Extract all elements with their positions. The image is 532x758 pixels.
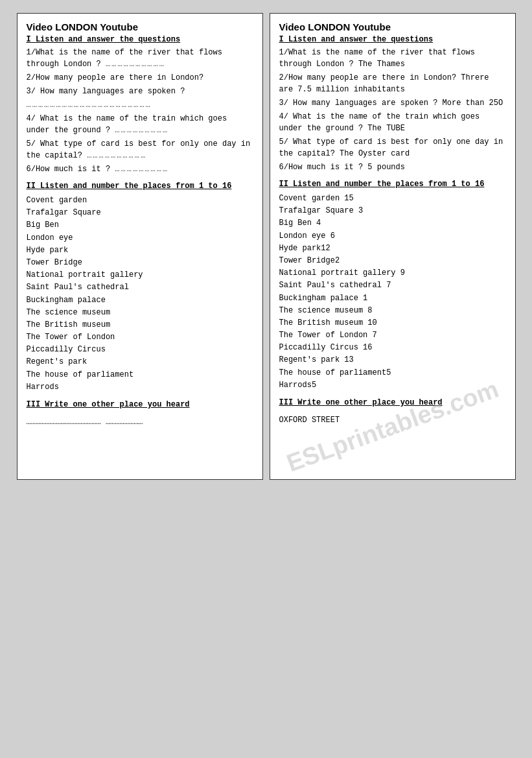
list-item: Big Ben 4	[279, 217, 506, 230]
list-item: Trafalgar Square	[27, 207, 253, 219]
list-item: Harrods	[27, 381, 253, 394]
list-item: Big Ben	[27, 219, 253, 231]
list-item: Tower Bridge	[27, 257, 253, 269]
list-item: The science museum	[27, 307, 253, 319]
right-q1: 1/What is the name of the river that flo…	[279, 47, 506, 70]
list-item: National portrait gallery 9	[279, 267, 506, 279]
list-item: The British museum	[27, 319, 253, 331]
list-item: Harrods5	[279, 379, 506, 392]
worksheets-row: Video LONDON Youtube I Listen and answer…	[13, 13, 519, 480]
list-item: Buckingham palace 1	[279, 292, 506, 305]
left-q4: 4/ What is the name of the train which g…	[27, 113, 253, 136]
list-item: The house of parliament5	[279, 367, 506, 379]
left-q3-dots: ………………………………………………………	[27, 99, 253, 111]
left-worksheet: Video LONDON Youtube I Listen and answer…	[17, 13, 263, 480]
list-item: Hyde park12	[279, 243, 506, 255]
list-item: Piccadilly Circus	[27, 344, 253, 356]
list-item: Saint Paul's cathedral	[27, 281, 253, 294]
left-q3: 3/ How many languages are spoken ?	[27, 86, 253, 97]
list-item: Regent's park 13	[279, 354, 506, 366]
left-q1: 1/What is the name of the river that flo…	[27, 47, 253, 70]
list-item: Hyde park	[27, 244, 253, 257]
list-item: The house of parliament	[27, 369, 253, 381]
right-section3-heading: III Write one other place you heard	[279, 398, 506, 407]
right-section2-heading: II Listen and number the places from 1 t…	[279, 180, 506, 189]
left-section3-heading: III Write one other place you heard	[27, 400, 253, 409]
list-item: Piccadilly Circus 16	[279, 342, 506, 354]
list-item: The Tower of London	[27, 331, 253, 344]
right-q2: 2/How many people are there in London? T…	[279, 72, 506, 95]
right-q3: 3/ How many languages are spoken ? More …	[279, 97, 506, 109]
list-item: Trafalgar Square 3	[279, 205, 506, 217]
right-title: Video LONDON Youtube	[279, 21, 506, 32]
list-item: National portrait gallery	[27, 269, 253, 281]
right-q6: 6/How much is it ? 5 pounds	[279, 161, 506, 173]
left-q5: 5/ What type of card is best for only on…	[27, 138, 253, 161]
right-answer: OXFORD STREET	[279, 412, 506, 428]
left-answer-line: ………………………………………… ……………………	[27, 414, 253, 430]
left-places-list: Covent garden Trafalgar Square Big Ben L…	[27, 195, 253, 394]
list-item: Covent garden 15	[279, 193, 506, 205]
left-section2-heading: II Listen and number the places from 1 t…	[27, 182, 253, 191]
list-item: Saint Paul's cathedral 7	[279, 279, 506, 292]
list-item: London eye	[27, 232, 253, 244]
right-q5: 5/ What type of card is best for only on…	[279, 136, 506, 160]
list-item: London eye 6	[279, 230, 506, 243]
list-item: Buckingham palace	[27, 294, 253, 307]
left-q2: 2/How many people are there in London?	[27, 72, 253, 84]
list-item: The British museum 10	[279, 317, 506, 329]
page-wrapper: Video LONDON Youtube I Listen and answer…	[13, 13, 519, 480]
right-q4: 4/ What is the name of the train which g…	[279, 111, 506, 134]
right-worksheet: Video LONDON Youtube I Listen and answer…	[270, 13, 516, 480]
list-item: Tower Bridge2	[279, 255, 506, 267]
left-section1-heading: I Listen and answer the questions	[27, 35, 253, 44]
list-item: The Tower of London 7	[279, 329, 506, 342]
right-places-list: Covent garden 15 Trafalgar Square 3 Big …	[279, 193, 506, 392]
left-title: Video LONDON Youtube	[27, 21, 253, 32]
right-section1-heading: I Listen and answer the questions	[279, 35, 506, 44]
list-item: Regent's park	[27, 356, 253, 368]
left-q6: 6/How much is it ? ………………………	[27, 163, 253, 175]
list-item: Covent garden	[27, 195, 253, 207]
list-item: The science museum 8	[279, 305, 506, 317]
